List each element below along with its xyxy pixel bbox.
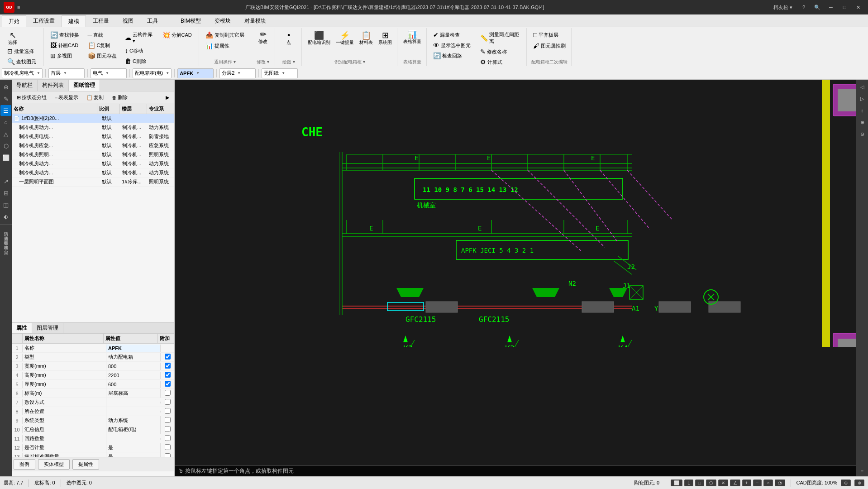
prop-checkbox[interactable] — [165, 426, 171, 432]
tab-view[interactable]: 视图 — [116, 15, 140, 27]
ptab-attrs[interactable]: 属性 — [12, 323, 32, 333]
nav-structure[interactable]: 建筑结构 — [2, 240, 10, 244]
nav-custom[interactable]: 自定义 — [2, 245, 10, 249]
cad-canvas[interactable]: 11 10 9 8 7 6 15 14 13 12 机械室 APFK JECI … — [175, 80, 856, 476]
btn-multiview[interactable]: ⊞多视图 — [48, 51, 84, 61]
nav-fire[interactable]: 消防 — [2, 227, 10, 230]
nav-smart[interactable]: 智控弱电 — [2, 236, 10, 240]
cad-btn-minus[interactable]: − — [753, 479, 762, 486]
btn-decompose-cad[interactable]: 💥分解CAD — [160, 30, 196, 40]
prop-checkbox[interactable] — [165, 453, 171, 457]
nav-icon-list[interactable]: ☰ — [0, 105, 11, 116]
btn-show-selected[interactable]: 👁显示选中图元 — [430, 40, 477, 50]
cad-btn-l[interactable]: L — [684, 479, 693, 486]
lpanel-tab-drawings[interactable]: 图纸管理 — [69, 80, 100, 91]
lpanel-tab-nav[interactable]: 导航栏 — [12, 80, 38, 91]
tab-bim[interactable]: BIM模型 — [174, 15, 208, 27]
cad-btn-x[interactable]: ✕ — [718, 479, 728, 486]
component-type-dropdown[interactable]: 配电箱柜(电) — [133, 68, 172, 78]
sublayer-dropdown[interactable]: 分层2 — [219, 68, 256, 78]
cad-btn-square[interactable]: □ — [695, 479, 704, 486]
cad-btn-arc[interactable]: ◔ — [775, 479, 785, 486]
btn-legend[interactable]: 图例 — [14, 459, 35, 470]
nav-icon-add[interactable]: ⊕ — [0, 82, 11, 92]
btn-delete-c[interactable]: 🗑C删除 — [122, 56, 159, 66]
btn-table-view[interactable]: ≡表表显示 — [52, 93, 81, 102]
nav-icon-rect[interactable]: ⬜ — [0, 152, 11, 163]
floor-dropdown[interactable]: 首层 — [48, 68, 85, 78]
right-icon-1[interactable]: ◁ — [857, 82, 868, 92]
tab-start[interactable]: 开始 — [2, 15, 26, 27]
close-button[interactable]: ✕ — [852, 3, 864, 12]
btn-supplement-cad[interactable]: 🖼补画CAD — [48, 40, 84, 50]
component-name-dropdown[interactable]: APFK — [177, 68, 214, 78]
prop-checkbox[interactable] — [165, 372, 171, 378]
prop-checkbox[interactable] — [165, 435, 171, 441]
btn-batch-select[interactable]: ⊡批量选择 — [5, 46, 41, 56]
search-btn[interactable]: 🔍 — [811, 3, 824, 12]
btn-solid-model[interactable]: 实体模型 — [38, 459, 70, 470]
nav-icon-diamond[interactable]: ⬖ — [0, 211, 11, 222]
btn-copy-layer[interactable]: 📤复制到其它层 — [203, 30, 247, 40]
ptab-layers[interactable]: 图层管理 — [32, 323, 63, 333]
prop-checkbox[interactable] — [165, 399, 171, 405]
btn-element-brush[interactable]: 🖌图元属性刷 — [530, 41, 568, 51]
cad-btn-plus[interactable]: + — [742, 479, 751, 486]
btn-one-key[interactable]: ⚡ 一键提量 — [334, 30, 356, 46]
tab-compare[interactable]: 对量模块 — [238, 15, 273, 27]
btn-table-qty[interactable]: 📊 表格算量 — [401, 29, 424, 45]
list-item[interactable]: 📄 1#D3(图框2)20... 默认 — [12, 114, 174, 123]
btn-modify[interactable]: ✏ 修改 — [254, 29, 272, 45]
tab-transform[interactable]: 变模块 — [208, 15, 238, 27]
btn-get-attr[interactable]: 📊提属性 — [203, 41, 239, 51]
list-item[interactable]: 制冷机房动力... 默认 制冷机... 动力系统 — [12, 159, 174, 168]
nav-icon-grid[interactable]: ⊞ — [0, 187, 11, 198]
btn-check-circuit[interactable]: 🔄检查回路 — [430, 51, 477, 61]
list-item[interactable]: 一层照明平面图 默认 1#冷库... 照明系统 — [12, 177, 174, 187]
cad-btn-circle[interactable]: ○ — [763, 479, 773, 486]
btn-save-element[interactable]: 📦图元存盘 — [85, 51, 122, 61]
btn-group-by-status[interactable]: ⊞按状态分组 — [14, 93, 50, 102]
cad-btn-zoom-out[interactable]: ⊖ — [841, 479, 851, 486]
btn-leak-check[interactable]: ✔漏量检查 — [430, 30, 477, 40]
project-dropdown[interactable]: 制冷机房电气 — [2, 68, 43, 78]
btn-point[interactable]: • 点 — [279, 30, 299, 46]
btn-move-c[interactable]: ↕C移动 — [122, 46, 159, 56]
btn-system-diagram[interactable]: ⊞ 系统图 — [376, 30, 394, 46]
cad-btn-rect[interactable]: ⬜ — [671, 479, 682, 486]
nav-icon-hex[interactable]: ⬡ — [0, 140, 11, 151]
btn-delete-drawing[interactable]: 🗑删除 — [109, 93, 131, 102]
btn-calc-formula[interactable]: ⚙计算式 — [477, 57, 524, 67]
right-icon-3[interactable]: ↕ — [857, 105, 868, 116]
list-item[interactable]: 制冷机房动力... 默认 制冷机... 动力系统 — [12, 168, 174, 177]
cad-btn-angle[interactable]: ∠ — [730, 479, 740, 486]
list-item[interactable]: 制冷机房动力... 默认 制冷机... 动力系统 — [12, 123, 174, 132]
btn-select[interactable]: ↖ 选择 — [5, 30, 21, 46]
maximize-button[interactable]: □ — [838, 3, 851, 12]
tab-model[interactable]: 建模 — [62, 15, 86, 27]
prop-checkbox[interactable] — [165, 363, 171, 369]
btn-copy-drawing[interactable]: 📋复制 — [83, 93, 107, 102]
list-item[interactable]: 制冷机房照明... 默认 制冷机... 照明系统 — [12, 150, 174, 159]
list-item[interactable]: 制冷机房应急... 默认 制冷机... 应急系统 — [12, 141, 174, 150]
btn-find-element[interactable]: 🔍查找图元 — [5, 57, 41, 67]
help-btn[interactable]: ? — [797, 3, 810, 12]
nav-icon-triangle[interactable]: △ — [0, 129, 11, 139]
prop-checkbox[interactable] — [165, 354, 171, 360]
right-icon-5[interactable]: ⊖ — [857, 129, 868, 139]
prop-checkbox[interactable] — [165, 408, 171, 414]
minimize-button[interactable]: ─ — [825, 3, 837, 12]
tab-tools[interactable]: 工具 — [140, 15, 165, 27]
prop-checkbox[interactable] — [165, 390, 171, 396]
btn-get-props[interactable]: 提属性 — [72, 459, 99, 470]
user-btn[interactable]: 柯友松 ▾ — [769, 3, 796, 12]
prop-checkbox[interactable] — [165, 444, 171, 450]
cad-btn-pentagon[interactable]: ⬠ — [706, 479, 716, 486]
discipline-dropdown[interactable]: 电气 — [91, 68, 127, 78]
right-icon-2[interactable]: ▷ — [857, 93, 868, 104]
nav-icon-edit[interactable]: ✎ — [0, 93, 11, 104]
right-icon-4[interactable]: ⊕ — [857, 117, 868, 128]
nav-hvac[interactable]: 通风空调 — [2, 231, 10, 235]
btn-find-convert[interactable]: 🔄查找转换 — [48, 30, 84, 40]
prop-checkbox[interactable] — [165, 381, 171, 387]
